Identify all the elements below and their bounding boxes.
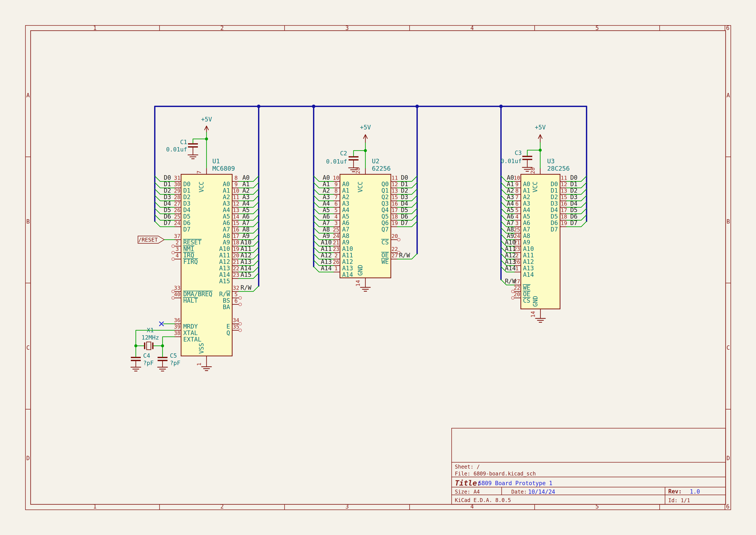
net-label-D6[interactable]: D6: [401, 213, 408, 220]
net-label-A9[interactable]: A9: [242, 232, 250, 239]
net-label-A2[interactable]: A2: [242, 187, 250, 194]
net-label-D5[interactable]: D5: [164, 207, 171, 213]
chip-value-U2[interactable]: 62256: [372, 165, 391, 172]
net-label-A10[interactable]: A10: [505, 239, 516, 246]
net-label-A11[interactable]: A11: [505, 245, 516, 252]
net-label-A12[interactable]: A12: [321, 252, 332, 259]
net-label-A4[interactable]: A4: [323, 200, 330, 207]
cap-ref-C5[interactable]: C5: [170, 352, 177, 359]
net-label-A10[interactable]: A10: [321, 239, 332, 246]
net-label-A5[interactable]: A5: [242, 207, 250, 213]
cap-value-C4[interactable]: ?pF: [143, 360, 154, 366]
net-label-D6[interactable]: D6: [570, 213, 578, 220]
net-label-A12[interactable]: A12: [241, 252, 252, 259]
net-label-A12[interactable]: A12: [505, 252, 516, 259]
net-label-D2[interactable]: D2: [164, 187, 171, 194]
net-label-D3[interactable]: D3: [401, 193, 408, 201]
net-label-A9[interactable]: A9: [507, 232, 514, 239]
net-label-A1[interactable]: A1: [323, 181, 330, 188]
chip-value-U1[interactable]: MC6809: [212, 165, 235, 172]
net-label-RW[interactable]: R/W: [505, 278, 516, 285]
cap-ref-C1[interactable]: C1: [180, 139, 187, 145]
net-label-A4[interactable]: A4: [507, 200, 514, 207]
pin-number: 15: [561, 194, 567, 200]
chip-ref-U3[interactable]: U3: [547, 157, 555, 165]
wire-junction-dot: [205, 137, 208, 140]
net-label-D1[interactable]: D1: [570, 181, 578, 188]
net-label-A5[interactable]: A5: [507, 207, 514, 213]
pin-name: WE: [523, 284, 530, 291]
net-label-A3[interactable]: A3: [242, 193, 250, 201]
net-label-A13[interactable]: A13: [505, 258, 516, 265]
net-label-A0[interactable]: A0: [323, 174, 330, 181]
net-label-A14[interactable]: A14: [321, 265, 332, 272]
pin-name: CS: [523, 297, 530, 304]
net-label-A13[interactable]: A13: [321, 258, 332, 265]
net-label-A8[interactable]: A8: [242, 226, 250, 233]
net-label-A11[interactable]: A11: [241, 245, 252, 252]
net-label-D5[interactable]: D5: [570, 207, 578, 213]
net-label-A7[interactable]: A7: [242, 219, 250, 227]
bus-junction-dot: [416, 105, 419, 108]
cap-value-C3[interactable]: 0.01uf: [500, 158, 522, 164]
net-label-A0[interactable]: A0: [242, 174, 250, 181]
net-label-D7[interactable]: D7: [570, 219, 578, 227]
power-net-label[interactable]: +5V: [201, 116, 212, 123]
net-label-A6[interactable]: A6: [507, 213, 514, 220]
net-label-A8[interactable]: A8: [323, 226, 330, 233]
net-label-A1[interactable]: A1: [242, 181, 250, 188]
cap-plate: [349, 156, 359, 157]
net-label-A1[interactable]: A1: [507, 181, 514, 188]
net-label-A3[interactable]: A3: [507, 193, 514, 201]
net-label-A13[interactable]: A13: [241, 258, 252, 265]
cap-ref-C2[interactable]: C2: [340, 150, 347, 156]
net-label-A0[interactable]: A0: [507, 174, 514, 181]
net-label-D3[interactable]: D3: [164, 193, 171, 201]
net-label-A14[interactable]: A14: [505, 265, 516, 272]
net-label-A6[interactable]: A6: [323, 213, 330, 220]
net-label-A9[interactable]: A9: [323, 232, 330, 239]
net-label-A11[interactable]: A11: [321, 245, 332, 252]
net-label-D2[interactable]: D2: [401, 187, 408, 194]
net-label-D6[interactable]: D6: [164, 213, 171, 220]
net-label-A15[interactable]: A15: [241, 271, 252, 278]
net-label-D2[interactable]: D2: [570, 187, 578, 194]
chip-value-U3[interactable]: 28C256: [547, 165, 570, 172]
global-label-text[interactable]: /RESET: [138, 237, 158, 243]
net-label-A7[interactable]: A7: [507, 219, 514, 227]
cap-value-C5[interactable]: ?pF: [170, 360, 180, 366]
net-label-A8[interactable]: A8: [507, 226, 514, 233]
net-label-D5[interactable]: D5: [401, 207, 408, 213]
net-label-D4[interactable]: D4: [164, 200, 171, 207]
net-label-RW[interactable]: R/W: [399, 252, 410, 259]
cap-value-C1[interactable]: 0.01uf: [166, 146, 187, 153]
cap-ref-C4[interactable]: C4: [143, 352, 150, 359]
net-label-A10[interactable]: A10: [241, 239, 252, 246]
net-label-D1[interactable]: D1: [164, 181, 171, 188]
net-label-A7[interactable]: A7: [323, 219, 330, 227]
cap-value-C2[interactable]: 0.01uf: [326, 158, 347, 165]
net-label-D7[interactable]: D7: [164, 219, 171, 227]
net-label-D1[interactable]: D1: [401, 181, 408, 188]
net-label-A14[interactable]: A14: [241, 265, 252, 272]
net-label-A2[interactable]: A2: [507, 187, 514, 194]
net-label-D7[interactable]: D7: [401, 219, 408, 227]
chip-ref-U1[interactable]: U1: [212, 157, 220, 165]
net-label-D4[interactable]: D4: [570, 200, 578, 207]
power-net-label[interactable]: +5V: [535, 124, 546, 131]
net-label-D4[interactable]: D4: [401, 200, 408, 207]
net-label-D0[interactable]: D0: [570, 174, 578, 181]
net-label-D0[interactable]: D0: [164, 174, 171, 181]
net-label-A4[interactable]: A4: [242, 200, 250, 207]
net-label-RW[interactable]: R/W: [241, 284, 252, 291]
chip-ref-U2[interactable]: U2: [372, 157, 379, 165]
net-label-D3[interactable]: D3: [570, 193, 578, 201]
net-label-A6[interactable]: A6: [242, 213, 250, 220]
cap-ref-C3[interactable]: C3: [515, 150, 522, 156]
net-label-A3[interactable]: A3: [323, 193, 330, 201]
net-label-A5[interactable]: A5: [323, 207, 330, 213]
net-label-D0[interactable]: D0: [401, 174, 408, 181]
net-label-A2[interactable]: A2: [323, 187, 330, 194]
power-net-label[interactable]: +5V: [360, 124, 371, 131]
crystal-value[interactable]: 12MHz: [141, 334, 159, 341]
